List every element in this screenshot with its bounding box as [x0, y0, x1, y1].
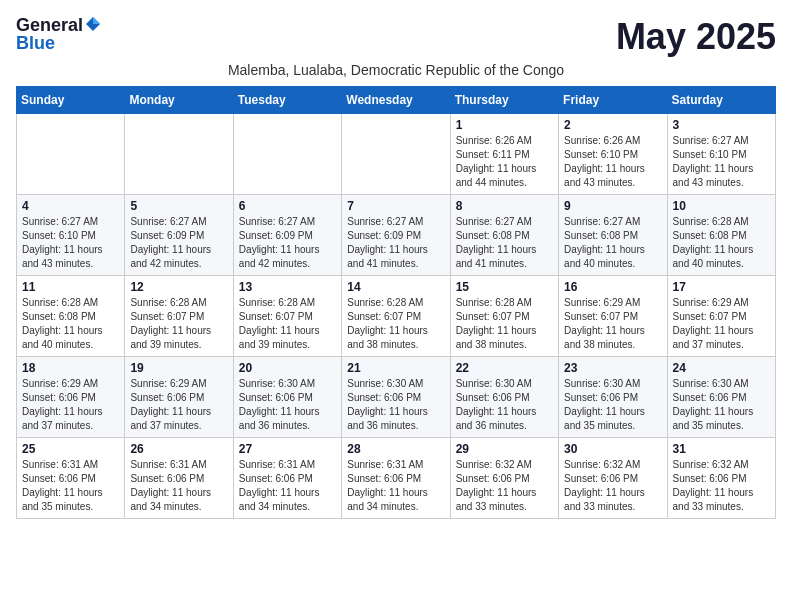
day-number: 2 [564, 118, 661, 132]
calendar-cell: 31Sunrise: 6:32 AM Sunset: 6:06 PM Dayli… [667, 438, 775, 519]
day-number: 13 [239, 280, 336, 294]
day-info: Sunrise: 6:28 AM Sunset: 6:07 PM Dayligh… [239, 296, 336, 352]
weekday-header: Sunday [17, 87, 125, 114]
day-info: Sunrise: 6:30 AM Sunset: 6:06 PM Dayligh… [239, 377, 336, 433]
day-number: 19 [130, 361, 227, 375]
day-info: Sunrise: 6:29 AM Sunset: 6:07 PM Dayligh… [564, 296, 661, 352]
day-number: 31 [673, 442, 770, 456]
day-info: Sunrise: 6:28 AM Sunset: 6:07 PM Dayligh… [456, 296, 553, 352]
logo: General Blue [16, 16, 101, 52]
page-subtitle: Malemba, Lualaba, Democratic Republic of… [16, 62, 776, 78]
calendar-cell: 30Sunrise: 6:32 AM Sunset: 6:06 PM Dayli… [559, 438, 667, 519]
calendar-week-row: 11Sunrise: 6:28 AM Sunset: 6:08 PM Dayli… [17, 276, 776, 357]
day-number: 26 [130, 442, 227, 456]
calendar-table: SundayMondayTuesdayWednesdayThursdayFrid… [16, 86, 776, 519]
day-info: Sunrise: 6:27 AM Sunset: 6:09 PM Dayligh… [239, 215, 336, 271]
day-number: 27 [239, 442, 336, 456]
weekday-header: Thursday [450, 87, 558, 114]
day-number: 11 [22, 280, 119, 294]
day-number: 1 [456, 118, 553, 132]
day-info: Sunrise: 6:27 AM Sunset: 6:08 PM Dayligh… [456, 215, 553, 271]
calendar-cell: 6Sunrise: 6:27 AM Sunset: 6:09 PM Daylig… [233, 195, 341, 276]
day-number: 20 [239, 361, 336, 375]
day-number: 6 [239, 199, 336, 213]
day-info: Sunrise: 6:31 AM Sunset: 6:06 PM Dayligh… [22, 458, 119, 514]
day-info: Sunrise: 6:32 AM Sunset: 6:06 PM Dayligh… [673, 458, 770, 514]
day-info: Sunrise: 6:31 AM Sunset: 6:06 PM Dayligh… [239, 458, 336, 514]
day-info: Sunrise: 6:30 AM Sunset: 6:06 PM Dayligh… [564, 377, 661, 433]
weekday-header: Wednesday [342, 87, 450, 114]
weekday-header: Monday [125, 87, 233, 114]
day-number: 9 [564, 199, 661, 213]
day-info: Sunrise: 6:27 AM Sunset: 6:09 PM Dayligh… [130, 215, 227, 271]
calendar-cell [342, 114, 450, 195]
calendar-week-row: 25Sunrise: 6:31 AM Sunset: 6:06 PM Dayli… [17, 438, 776, 519]
calendar-cell: 28Sunrise: 6:31 AM Sunset: 6:06 PM Dayli… [342, 438, 450, 519]
svg-marker-1 [93, 17, 100, 24]
day-info: Sunrise: 6:27 AM Sunset: 6:10 PM Dayligh… [22, 215, 119, 271]
day-number: 21 [347, 361, 444, 375]
day-info: Sunrise: 6:31 AM Sunset: 6:06 PM Dayligh… [130, 458, 227, 514]
logo-general-text: General [16, 16, 83, 34]
weekday-header: Tuesday [233, 87, 341, 114]
day-number: 16 [564, 280, 661, 294]
day-number: 15 [456, 280, 553, 294]
calendar-cell: 7Sunrise: 6:27 AM Sunset: 6:09 PM Daylig… [342, 195, 450, 276]
calendar-cell: 1Sunrise: 6:26 AM Sunset: 6:11 PM Daylig… [450, 114, 558, 195]
calendar-cell [125, 114, 233, 195]
day-number: 25 [22, 442, 119, 456]
calendar-cell: 19Sunrise: 6:29 AM Sunset: 6:06 PM Dayli… [125, 357, 233, 438]
weekday-header: Friday [559, 87, 667, 114]
day-info: Sunrise: 6:28 AM Sunset: 6:07 PM Dayligh… [130, 296, 227, 352]
page-header: General Blue May 2025 [16, 16, 776, 58]
calendar-cell: 13Sunrise: 6:28 AM Sunset: 6:07 PM Dayli… [233, 276, 341, 357]
day-number: 12 [130, 280, 227, 294]
day-info: Sunrise: 6:31 AM Sunset: 6:06 PM Dayligh… [347, 458, 444, 514]
day-number: 5 [130, 199, 227, 213]
day-number: 30 [564, 442, 661, 456]
calendar-cell: 2Sunrise: 6:26 AM Sunset: 6:10 PM Daylig… [559, 114, 667, 195]
day-info: Sunrise: 6:30 AM Sunset: 6:06 PM Dayligh… [456, 377, 553, 433]
day-info: Sunrise: 6:29 AM Sunset: 6:06 PM Dayligh… [130, 377, 227, 433]
calendar-week-row: 18Sunrise: 6:29 AM Sunset: 6:06 PM Dayli… [17, 357, 776, 438]
day-info: Sunrise: 6:30 AM Sunset: 6:06 PM Dayligh… [347, 377, 444, 433]
day-info: Sunrise: 6:28 AM Sunset: 6:07 PM Dayligh… [347, 296, 444, 352]
month-title: May 2025 [616, 16, 776, 58]
day-number: 29 [456, 442, 553, 456]
calendar-cell: 3Sunrise: 6:27 AM Sunset: 6:10 PM Daylig… [667, 114, 775, 195]
day-number: 28 [347, 442, 444, 456]
calendar-cell: 26Sunrise: 6:31 AM Sunset: 6:06 PM Dayli… [125, 438, 233, 519]
calendar-cell: 16Sunrise: 6:29 AM Sunset: 6:07 PM Dayli… [559, 276, 667, 357]
day-info: Sunrise: 6:28 AM Sunset: 6:08 PM Dayligh… [673, 215, 770, 271]
calendar-cell: 20Sunrise: 6:30 AM Sunset: 6:06 PM Dayli… [233, 357, 341, 438]
calendar-week-row: 1Sunrise: 6:26 AM Sunset: 6:11 PM Daylig… [17, 114, 776, 195]
weekday-header: Saturday [667, 87, 775, 114]
day-info: Sunrise: 6:32 AM Sunset: 6:06 PM Dayligh… [564, 458, 661, 514]
day-number: 14 [347, 280, 444, 294]
calendar-cell: 15Sunrise: 6:28 AM Sunset: 6:07 PM Dayli… [450, 276, 558, 357]
day-number: 17 [673, 280, 770, 294]
day-number: 23 [564, 361, 661, 375]
calendar-cell: 4Sunrise: 6:27 AM Sunset: 6:10 PM Daylig… [17, 195, 125, 276]
calendar-cell: 22Sunrise: 6:30 AM Sunset: 6:06 PM Dayli… [450, 357, 558, 438]
calendar-week-row: 4Sunrise: 6:27 AM Sunset: 6:10 PM Daylig… [17, 195, 776, 276]
calendar-header-row: SundayMondayTuesdayWednesdayThursdayFrid… [17, 87, 776, 114]
day-info: Sunrise: 6:29 AM Sunset: 6:06 PM Dayligh… [22, 377, 119, 433]
calendar-cell [233, 114, 341, 195]
calendar-cell: 12Sunrise: 6:28 AM Sunset: 6:07 PM Dayli… [125, 276, 233, 357]
calendar-cell: 8Sunrise: 6:27 AM Sunset: 6:08 PM Daylig… [450, 195, 558, 276]
day-number: 3 [673, 118, 770, 132]
logo-icon [85, 16, 101, 32]
calendar-cell [17, 114, 125, 195]
calendar-cell: 18Sunrise: 6:29 AM Sunset: 6:06 PM Dayli… [17, 357, 125, 438]
day-info: Sunrise: 6:30 AM Sunset: 6:06 PM Dayligh… [673, 377, 770, 433]
calendar-cell: 10Sunrise: 6:28 AM Sunset: 6:08 PM Dayli… [667, 195, 775, 276]
calendar-cell: 27Sunrise: 6:31 AM Sunset: 6:06 PM Dayli… [233, 438, 341, 519]
day-info: Sunrise: 6:27 AM Sunset: 6:08 PM Dayligh… [564, 215, 661, 271]
calendar-cell: 9Sunrise: 6:27 AM Sunset: 6:08 PM Daylig… [559, 195, 667, 276]
day-info: Sunrise: 6:28 AM Sunset: 6:08 PM Dayligh… [22, 296, 119, 352]
calendar-cell: 29Sunrise: 6:32 AM Sunset: 6:06 PM Dayli… [450, 438, 558, 519]
calendar-cell: 23Sunrise: 6:30 AM Sunset: 6:06 PM Dayli… [559, 357, 667, 438]
calendar-cell: 14Sunrise: 6:28 AM Sunset: 6:07 PM Dayli… [342, 276, 450, 357]
day-number: 18 [22, 361, 119, 375]
